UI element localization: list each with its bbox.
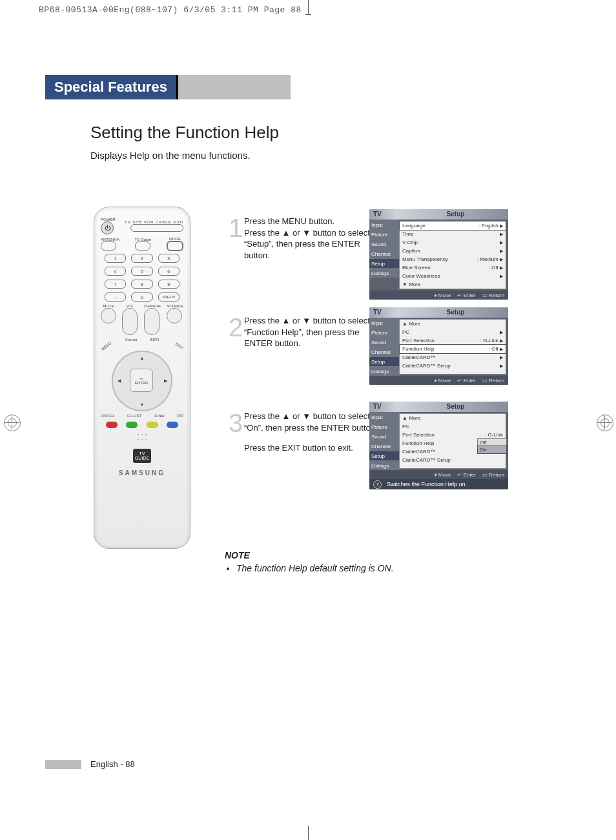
number-pad: 123 456 789 –0PRE-CH	[105, 254, 180, 302]
ch-rocker	[144, 308, 159, 335]
osd-footer: ♦ Move ↵ Enter ▭ Return	[369, 376, 508, 385]
osd-title: Setup	[403, 402, 508, 412]
registration-mark	[4, 415, 19, 430]
crop-mark	[308, 0, 309, 14]
mute-button	[101, 308, 116, 323]
up-arrow-icon: ▲	[138, 354, 147, 361]
step-number: 2	[229, 310, 243, 345]
antenna-button	[101, 241, 116, 251]
step-number: 1	[229, 210, 243, 245]
osd-sidebar: Input Picture Sound Channel Setup Listin…	[369, 318, 399, 376]
step-2: 2 Press the ▲ or ▼ button to select “Fun…	[244, 315, 386, 349]
step-1: 1 Press the MENU button. Press the ▲ or …	[244, 216, 386, 261]
osd-main-panel: ▲ MorePCPort Selection: G-LinkFunction H…	[399, 413, 506, 469]
menu-label: MENU	[101, 341, 112, 351]
osd-screenshot-3: TV Setup Input Picture Sound Channel Set…	[369, 402, 508, 489]
note-heading: NOTE	[225, 550, 394, 560]
crop-info: BP68-00513A-00Eng(088~107) 6/3/05 3:11 P…	[39, 5, 302, 15]
crop-mark	[305, 14, 311, 15]
mute-label: MUTE	[101, 304, 116, 308]
page: BP68-00513A-00Eng(088~107) 6/3/05 3:11 P…	[0, 0, 616, 840]
antenna-label: ANTENNA	[101, 238, 119, 241]
source-button	[167, 308, 182, 323]
osd-footer: ♦ Move ↵ Enter ▭ Return	[369, 470, 508, 479]
osd-help-bar: ? Switches the Function Help on.	[369, 479, 508, 489]
tvguide-button	[135, 241, 150, 251]
step-text: Press the MENU button. Press the ▲ or ▼ …	[244, 216, 386, 261]
vol-label: VOL	[122, 304, 138, 308]
step-3: 3 Press the ▲ or ▼ button to select “On”…	[244, 411, 386, 454]
osd-main-panel: Language: English ▶Time ▶V-Chip ▶Caption…	[399, 221, 506, 289]
osd-sidebar: Input Picture Sound Channel Setup Listin…	[369, 220, 399, 291]
osd-menu-row: CableCARD™ ▶	[400, 353, 506, 362]
registration-mark	[597, 415, 612, 430]
osd-help-text: Switches the Function Help on.	[387, 481, 467, 487]
osd-menu-row: Time ▶	[400, 230, 506, 238]
step-text: Press the ▲ or ▼ button to select “On”, …	[244, 411, 386, 433]
osd-menu-row: PC	[400, 422, 506, 431]
step-number: 3	[229, 405, 243, 440]
power-label: POWER	[101, 218, 116, 221]
mode-labels: TV STB VCR CABLE DVD	[116, 220, 183, 224]
osd-tv-label: TV	[369, 402, 403, 412]
osd-menu-row: Port Selection: G-Link ▶	[400, 336, 506, 345]
osd-tv-label: TV	[369, 209, 403, 220]
pip-label: PIP	[177, 414, 183, 418]
right-arrow-icon: ▶	[162, 376, 169, 385]
note-block: NOTE The function Help default setting i…	[225, 550, 394, 573]
dnet-label: D.Net	[154, 414, 164, 418]
help-icon: ?	[373, 480, 382, 489]
exit-label: EXIT	[174, 342, 183, 350]
osd-menu-row: CableCARD™ Setup ▶	[400, 362, 506, 370]
chapter-heading-bar: Special Features	[45, 75, 291, 99]
page-number: English - 88	[90, 759, 135, 769]
osd-menu-row: Caption ▶	[400, 247, 506, 255]
osd-menu-row: ▲ More	[400, 320, 506, 328]
osd-screenshot-1: TV Setup Input Picture Sound Channel Set…	[369, 209, 508, 300]
osd-tv-label: TV	[369, 307, 403, 318]
vol-rocker	[122, 308, 138, 335]
osd-menu-row: CableCARD™ Setup	[400, 456, 506, 464]
step-text-2: Press the EXIT button to exit.	[244, 442, 386, 454]
enter-button: ▭ENTER	[130, 369, 153, 392]
remote-illustration: POWER ⏻ TV STB VCR CABLE DVD ANTENNA TV …	[94, 207, 190, 549]
step-text: Press the ▲ or ▼ button to select “Funct…	[244, 315, 386, 349]
osd-menu-row: Function HelpOffOn	[400, 439, 506, 447]
dpad: ▲ ▼ ◀ ▶ ▭ENTER	[112, 351, 172, 411]
note-item: The function Help default setting is ON.	[236, 563, 394, 573]
osd-menu-row: PC ▶	[400, 328, 506, 336]
left-arrow-icon: ◀	[116, 376, 122, 385]
osd-menu-row: Menu Transparency: Medium ▶	[400, 255, 506, 263]
chapter-heading: Special Features	[45, 75, 178, 99]
power-button-icon: ⏻	[101, 221, 114, 234]
info-label: INFO	[150, 338, 159, 342]
osd-menu-row: V-Chip ▶	[400, 238, 506, 247]
osd-screenshot-2: TV Setup Input Picture Sound Channel Set…	[369, 307, 508, 385]
osd-menu-row: Blue Screen: Off ▶	[400, 263, 506, 272]
tvguide-logo-icon: TV GUIDE	[133, 449, 151, 463]
osd-menu-row: ▼ More	[400, 280, 506, 289]
mode-pill	[130, 224, 183, 232]
anynet-label: Anynet	[125, 338, 137, 342]
osd-footer: ♦ Move ↵ Enter ▭ Return	[369, 291, 508, 300]
osd-menu-row: Color Weakness ▶	[400, 272, 506, 280]
fav-label: FAV.CH	[101, 414, 114, 418]
mode-label: MODE	[167, 237, 183, 241]
osd-menu-row: ▲ More	[400, 414, 506, 422]
section-title: Setting the Function Help	[90, 123, 279, 143]
osd-sidebar: Input Picture Sound Channel Setup Listin…	[369, 412, 399, 470]
section-subtitle: Displays Help on the menu functions.	[90, 150, 251, 161]
page-footer: English - 88	[45, 759, 135, 769]
osd-title: Setup	[403, 307, 508, 318]
osd-main-panel: ▲ MorePC ▶Port Selection: G-Link ▶Functi…	[399, 319, 506, 374]
footer-block-icon	[45, 760, 81, 769]
source-label: SOURCE	[167, 304, 183, 308]
osd-menu-row: Language: English ▶	[400, 221, 506, 230]
osd-menu-row: Function Help: Off ▶	[400, 345, 506, 353]
chlist-label: CH.LIST	[127, 414, 141, 418]
brand-label: SAMSUNG	[101, 469, 183, 476]
tvguide-label: TV Guide	[135, 238, 151, 241]
ch-label: CH/PAGE	[144, 304, 161, 308]
mode-button	[167, 241, 183, 251]
color-buttons	[106, 422, 178, 428]
